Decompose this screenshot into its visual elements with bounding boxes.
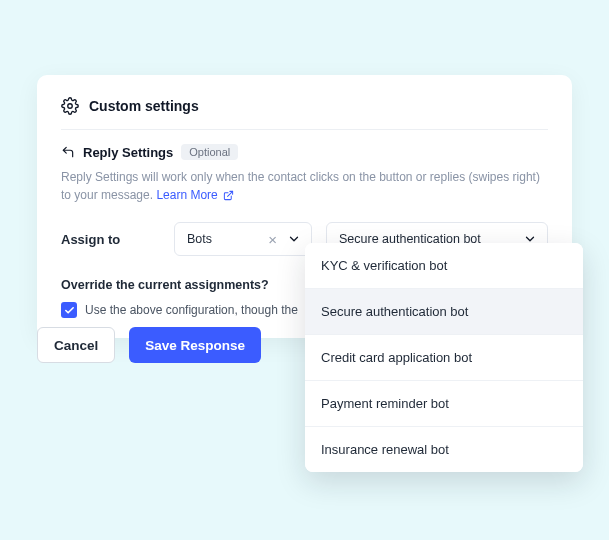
svg-line-1 xyxy=(228,192,233,197)
override-checkbox[interactable] xyxy=(61,302,77,318)
assign-type-value: Bots xyxy=(187,232,212,246)
assign-type-select[interactable]: Bots × xyxy=(174,222,312,256)
chevron-down-icon xyxy=(287,232,301,246)
reply-settings-header: Reply Settings Optional xyxy=(61,144,548,160)
gear-icon xyxy=(61,97,79,115)
bot-option[interactable]: KYC & verification bot xyxy=(305,243,583,289)
bot-option[interactable]: Secure authentication bot xyxy=(305,289,583,335)
action-button-row: Cancel Save Response xyxy=(37,327,261,363)
learn-more-link[interactable]: Learn More xyxy=(156,188,234,202)
learn-more-text: Learn More xyxy=(156,188,217,202)
bot-dropdown[interactable]: KYC & verification bot Secure authentica… xyxy=(305,243,583,472)
bot-option[interactable]: Insurance renewal bot xyxy=(305,427,583,472)
override-checkbox-label: Use the above configuration, though the xyxy=(85,303,298,317)
clear-assign-type-icon[interactable]: × xyxy=(264,232,281,247)
reply-arrow-icon xyxy=(61,145,75,159)
svg-point-0 xyxy=(68,104,73,109)
card-title: Custom settings xyxy=(89,98,199,114)
optional-badge: Optional xyxy=(181,144,238,160)
bot-option[interactable]: Credit card application bot xyxy=(305,335,583,381)
card-header: Custom settings xyxy=(61,97,548,130)
assign-to-label: Assign to xyxy=(61,232,160,247)
cancel-button[interactable]: Cancel xyxy=(37,327,115,363)
reply-settings-title: Reply Settings xyxy=(83,145,173,160)
bot-option[interactable]: Payment reminder bot xyxy=(305,381,583,427)
external-link-icon xyxy=(223,190,234,201)
reply-desc-text: Reply Settings will work only when the c… xyxy=(61,170,540,202)
save-response-button[interactable]: Save Response xyxy=(129,327,261,363)
reply-settings-description: Reply Settings will work only when the c… xyxy=(61,168,548,204)
